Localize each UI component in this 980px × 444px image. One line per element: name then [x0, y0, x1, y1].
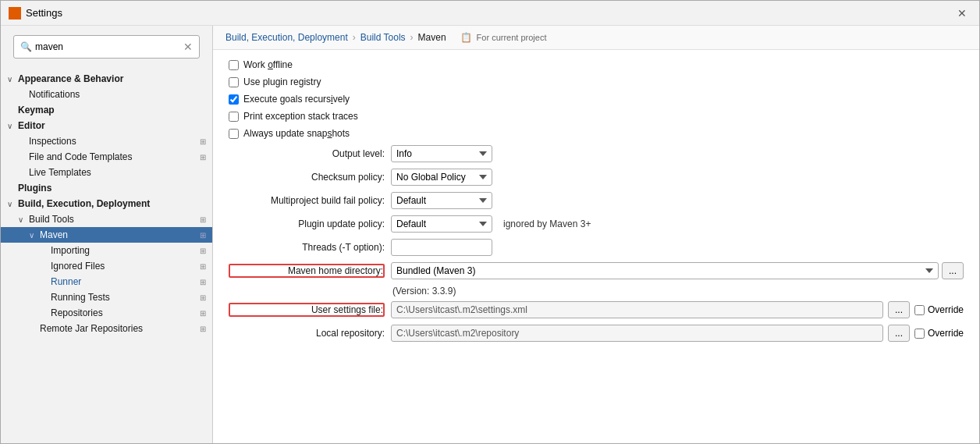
window-title: Settings	[26, 7, 62, 19]
sidebar-item-plugins[interactable]: Plugins	[1, 180, 212, 196]
threads-label: Threads (-T option):	[229, 242, 385, 253]
checksum-policy-row: Checksum policy: No Global Policy Strict…	[229, 169, 964, 186]
user-settings-override-label: Override	[928, 304, 964, 315]
print-exception-label: Print exception stack traces	[243, 111, 358, 122]
multiproject-fail-label: Multiproject build fail policy:	[229, 195, 385, 206]
maven-home-browse-button[interactable]: ...	[942, 262, 964, 279]
sidebar-item-file-code-templates[interactable]: File and Code Templates ⊞	[1, 149, 212, 165]
work-offline-checkbox[interactable]	[229, 60, 239, 70]
local-repository-override-label: Override	[928, 328, 964, 339]
sidebar-tree: ∨ Appearance & Behavior Notifications Ke…	[1, 68, 212, 443]
settings-panel: Work offline Use plugin registry Execute…	[213, 50, 979, 357]
breadcrumb-part1[interactable]: Build, Execution, Deployment	[225, 32, 348, 43]
user-settings-browse-button[interactable]: ...	[888, 301, 910, 318]
local-repository-override-checkbox[interactable]	[914, 329, 925, 339]
sidebar-item-label: Notifications	[29, 89, 206, 100]
user-settings-control: ... Override	[391, 301, 964, 318]
checkbox-use-plugin-registry: Use plugin registry	[229, 76, 964, 87]
execute-goals-label: Execute goals recursively	[243, 94, 350, 105]
sidebar-item-label: File and Code Templates	[29, 151, 197, 162]
sidebar-item-inspections[interactable]: Inspections ⊞	[1, 133, 212, 149]
output-level-row: Output level: Info Debug Verbose	[229, 145, 964, 162]
for-current-project: For current project	[477, 33, 547, 42]
sidebar-item-ignored-files[interactable]: Ignored Files ⊞	[1, 258, 212, 274]
breadcrumb-part2[interactable]: Build Tools	[360, 32, 406, 43]
local-repository-control: ... Override	[391, 325, 964, 342]
maven-home-select[interactable]: Bundled (Maven 3)	[391, 262, 939, 279]
use-plugin-registry-checkbox[interactable]	[229, 77, 239, 87]
always-update-checkbox[interactable]	[229, 129, 239, 139]
breadcrumb-sep2: ›	[410, 32, 414, 43]
checksum-policy-label: Checksum policy:	[229, 172, 385, 183]
local-repository-browse-button[interactable]: ...	[888, 325, 910, 342]
sidebar-item-notifications[interactable]: Notifications	[1, 87, 212, 102]
sidebar-item-label: Live Templates	[29, 167, 206, 178]
sidebar-item-maven[interactable]: ∨ Maven ⊞	[1, 227, 212, 243]
search-input[interactable]	[35, 41, 183, 52]
user-settings-override: Override	[914, 304, 964, 315]
expand-arrow: ∨	[7, 200, 18, 208]
local-repository-input[interactable]	[391, 325, 883, 342]
checkbox-execute-goals: Execute goals recursively	[229, 94, 964, 105]
page-icon: ⊞	[200, 262, 206, 271]
sidebar-item-editor[interactable]: ∨ Editor	[1, 118, 212, 133]
sidebar-item-build-tools[interactable]: ∨ Build Tools ⊞	[1, 211, 212, 227]
sidebar-item-label: Running Tests	[51, 292, 197, 303]
page-icon: ⊞	[200, 309, 206, 318]
sidebar-item-label: Importing	[51, 245, 197, 256]
threads-input[interactable]	[391, 239, 492, 256]
sidebar-item-label: Plugins	[18, 183, 206, 194]
execute-goals-checkbox[interactable]	[229, 94, 239, 105]
expand-arrow: ∨	[7, 75, 18, 83]
use-plugin-registry-label: Use plugin registry	[243, 76, 321, 87]
plugin-update-policy-select[interactable]: Default Force Update Never Update	[391, 215, 492, 233]
sidebar-item-appearance-behavior[interactable]: ∨ Appearance & Behavior	[1, 71, 212, 87]
user-settings-override-checkbox[interactable]	[914, 305, 925, 315]
sidebar-item-label: Remote Jar Repositories	[40, 323, 197, 334]
checkbox-print-exception: Print exception stack traces	[229, 111, 964, 122]
local-repository-row: Local repository: ... Override	[229, 325, 964, 342]
maven-home-control: Bundled (Maven 3) ...	[391, 262, 964, 279]
settings-window: Settings ✕ 🔍 ✕ ∨ Appearance & Behavior	[0, 0, 980, 444]
sidebar-item-repositories[interactable]: Repositories ⊞	[1, 305, 212, 321]
plugin-update-policy-label: Plugin update policy:	[229, 218, 385, 229]
sidebar-item-label: Ignored Files	[51, 261, 197, 272]
sidebar-item-runner[interactable]: Runner ⊞	[1, 274, 212, 289]
plugin-update-policy-row: Plugin update policy: Default Force Upda…	[229, 215, 964, 233]
search-clear-button[interactable]: ✕	[183, 41, 193, 53]
checksum-policy-select[interactable]: No Global Policy Strict Warn Ignore	[391, 169, 492, 186]
print-exception-checkbox[interactable]	[229, 112, 239, 122]
breadcrumb-sep1: ›	[353, 32, 356, 43]
user-settings-row: User settings file: ... Override	[229, 301, 964, 318]
user-settings-input[interactable]	[391, 301, 883, 318]
sidebar-item-live-templates[interactable]: Live Templates	[1, 165, 212, 180]
output-level-select[interactable]: Info Debug Verbose	[391, 145, 492, 162]
maven-version-text: (Version: 3.3.9)	[392, 286, 964, 297]
sidebar-item-label: Inspections	[29, 136, 197, 147]
maven-home-label: Maven home directory:	[229, 264, 385, 278]
multiproject-fail-row: Multiproject build fail policy: Default …	[229, 192, 964, 209]
page-icon: ⊞	[200, 215, 206, 224]
multiproject-fail-select[interactable]: Default At End Never Fail Fast	[391, 192, 492, 209]
sidebar-item-remote-jar-repositories[interactable]: Remote Jar Repositories ⊞	[1, 321, 212, 336]
expand-arrow: ∨	[18, 215, 29, 224]
sidebar-item-label: Repositories	[51, 307, 197, 318]
sidebar-item-label: Runner	[51, 276, 197, 287]
always-update-label: Always update snapshots	[243, 128, 350, 139]
app-icon	[9, 7, 21, 20]
ignored-note: ignored by Maven 3+	[503, 218, 591, 229]
close-button[interactable]: ✕	[953, 5, 971, 21]
page-icon: ⊞	[200, 278, 206, 286]
sidebar-item-keymap[interactable]: Keymap	[1, 102, 212, 118]
output-level-label: Output level:	[229, 148, 385, 159]
sidebar-item-build-execution-deployment[interactable]: ∨ Build, Execution, Deployment	[1, 196, 212, 211]
sidebar-item-label: Keymap	[18, 105, 206, 115]
page-icon: ⊞	[200, 153, 206, 162]
checkbox-always-update: Always update snapshots	[229, 128, 964, 139]
sidebar-item-label: Build, Execution, Deployment	[18, 198, 206, 209]
search-bar: 🔍 ✕	[13, 35, 200, 59]
user-settings-label: User settings file:	[229, 303, 385, 317]
sidebar: 🔍 ✕ ∨ Appearance & Behavior Notification…	[1, 26, 213, 443]
sidebar-item-importing[interactable]: Importing ⊞	[1, 243, 212, 258]
sidebar-item-running-tests[interactable]: Running Tests ⊞	[1, 289, 212, 305]
